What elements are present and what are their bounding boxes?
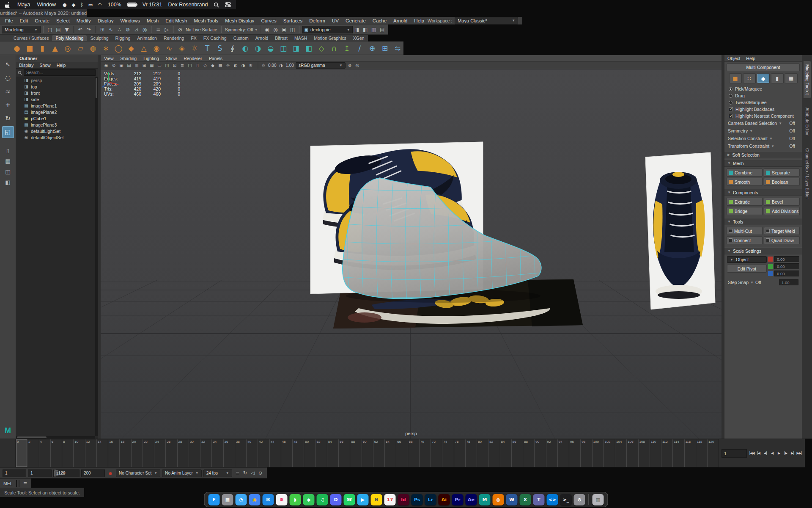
dock-after-effects-icon[interactable]: Ae xyxy=(466,494,477,505)
paint-select-tool-icon[interactable]: ≈ xyxy=(2,86,14,97)
range-slider-track[interactable]: 1 120 xyxy=(53,469,54,477)
viewport-menu-item[interactable]: Panels xyxy=(206,55,226,61)
redo-icon[interactable]: ↷ xyxy=(85,25,93,34)
combine-button[interactable]: Combine xyxy=(727,168,763,177)
shelf-tab[interactable]: Curves / Surfaces xyxy=(10,35,52,41)
axis-value-field[interactable]: 0.00 xyxy=(774,263,799,269)
2d-pan-zoom-icon[interactable]: ⊞ xyxy=(140,62,148,69)
boolean-union-icon[interactable]: ◐ xyxy=(239,42,251,54)
no-live-surface-icon[interactable]: ⊘ xyxy=(176,25,184,34)
quad-draw-button[interactable]: Quad Draw xyxy=(764,236,800,244)
dock-photoshop-icon[interactable]: Ps xyxy=(411,494,423,505)
maya-menu-item[interactable]: Mesh xyxy=(143,17,162,24)
snap-to-point-icon[interactable]: ∴ xyxy=(115,25,123,34)
poly-plane-icon[interactable]: ▱ xyxy=(74,42,86,54)
dock-word-icon[interactable]: W xyxy=(506,494,518,505)
maya-menu-item[interactable]: Deform xyxy=(306,17,329,24)
vertex-selection-mode-icon[interactable]: ∷ xyxy=(743,73,756,83)
viewport-menu-item[interactable]: View xyxy=(101,55,117,61)
layout-hypershade-icon[interactable]: ◧ xyxy=(2,177,14,187)
dock-photos-icon[interactable]: ✽ xyxy=(276,494,288,505)
maya-menu-item[interactable]: Edit Mesh xyxy=(162,17,190,24)
image-plane-icon[interactable]: ▥ xyxy=(133,62,140,69)
poly-cylinder-icon[interactable]: ▮ xyxy=(36,42,48,54)
ipr-render-icon[interactable]: ◎ xyxy=(272,25,280,34)
toolkit-menu-item[interactable]: Object xyxy=(724,55,743,61)
step-size-field[interactable]: 1.00 xyxy=(779,279,798,285)
maya-menu-item[interactable]: Help xyxy=(411,17,428,24)
multi-cut-button[interactable]: Multi-Cut xyxy=(727,227,763,235)
poly-superellipse-icon[interactable]: ◈ xyxy=(176,42,188,54)
outliner-item-front[interactable]: ◨ front xyxy=(16,90,98,96)
bevel-icon[interactable]: ◇ xyxy=(315,42,327,54)
scale-settings-section-header[interactable]: ▼ Scale Settings xyxy=(724,247,802,254)
face-selection-mode-icon[interactable]: ▦ xyxy=(785,73,798,83)
constraint-dropdown-row[interactable]: Camera Based Selection ▼ Off xyxy=(724,119,802,127)
mirror-icon[interactable]: ⇋ xyxy=(392,42,403,54)
loop-icon[interactable]: ↻ xyxy=(241,469,249,477)
maya-menu-item[interactable]: File xyxy=(2,17,16,24)
boolean-intersection-icon[interactable]: ◒ xyxy=(265,42,277,54)
save-scene-icon[interactable]: ▼ xyxy=(63,25,71,34)
render-icon[interactable]: ◉ xyxy=(263,25,272,34)
dock-messages-icon[interactable]: ◗ xyxy=(290,494,301,505)
maya-menu-item[interactable]: Mesh Tools xyxy=(190,17,222,24)
shelf-tab[interactable]: Rendering xyxy=(160,35,187,41)
multi-component-mode-icon[interactable]: ◆ xyxy=(757,73,770,83)
wifi-icon[interactable]: ◠ xyxy=(98,2,102,8)
poly-gear-icon[interactable]: ∗ xyxy=(100,42,112,54)
select-tool-icon[interactable]: ↖ xyxy=(2,58,14,70)
script-editor-icon[interactable]: ≡ xyxy=(21,480,30,487)
open-scene-icon[interactable]: ▤ xyxy=(54,25,63,34)
display-mirroring-icon[interactable]: ▭ xyxy=(88,2,93,8)
maya-menu-item[interactable]: Curves xyxy=(258,17,280,24)
step-back-key-button[interactable]: |◀ xyxy=(755,450,762,457)
macos-menu-item[interactable]: Window xyxy=(37,2,56,8)
maya-menu-item[interactable]: Arnold xyxy=(390,17,411,24)
snap-to-projected-center-icon[interactable]: ⊚ xyxy=(123,25,132,34)
step-forward-key-button[interactable]: ▶| xyxy=(789,450,796,457)
view-transform-selector[interactable]: sRGB gamma ▼ xyxy=(296,62,346,69)
bevel-button[interactable]: Bevel xyxy=(764,198,800,206)
chevron-down-icon[interactable]: ▼ xyxy=(255,28,258,32)
anim-layer-selector[interactable]: No Anim Layer ▼ xyxy=(162,469,202,477)
character-set-selector[interactable]: No Character Set ▼ xyxy=(116,469,160,477)
snapshot-icon[interactable]: ◎ xyxy=(354,62,361,69)
dropbox-icon[interactable]: ◆ xyxy=(72,2,75,8)
wireframe-icon[interactable]: ◇ xyxy=(201,62,209,69)
dock-facetime-icon[interactable]: ◆ xyxy=(303,494,315,505)
shelf-tab[interactable]: MASH xyxy=(291,35,310,41)
make-live-icon[interactable]: ◎ xyxy=(140,25,149,34)
viewport-menu-item[interactable]: Show xyxy=(162,55,180,61)
maya-menu-item[interactable]: Cache xyxy=(369,17,390,24)
mesh-section-header[interactable]: ▼ Mesh xyxy=(724,160,802,167)
poly-pipe-icon[interactable]: ◉ xyxy=(151,42,162,54)
menubar-user[interactable]: Dex Rosenbrand xyxy=(168,2,208,8)
current-frame-field[interactable]: 1 xyxy=(721,449,747,458)
layout-persp-outliner-icon[interactable]: ◫ xyxy=(2,167,14,176)
apple-menu-icon[interactable] xyxy=(5,2,11,8)
workspace-selector[interactable]: Maya Classic* ▼ xyxy=(455,17,518,25)
outliner-item-persp[interactable]: ◨ persp xyxy=(16,77,98,83)
add-divisions-button[interactable]: Add Divisions xyxy=(764,207,800,215)
exposure-value[interactable]: 0.00 xyxy=(267,63,277,68)
dock-spotify-icon[interactable]: ♫ xyxy=(317,494,328,505)
playback-start-field[interactable]: 1 xyxy=(3,469,26,477)
poly-torus-icon[interactable]: ◎ xyxy=(62,42,74,54)
safe-action-icon[interactable]: □ xyxy=(186,62,194,69)
menu-set-selector[interactable]: Modeling ▼ xyxy=(2,26,41,33)
shadows-icon[interactable]: ◐ xyxy=(232,62,239,69)
animation-start-field[interactable]: 1 xyxy=(28,469,52,477)
move-tool-icon[interactable]: + xyxy=(2,99,14,111)
outliner-item-imageplane3[interactable]: ▤ imagePlane3 xyxy=(16,121,98,128)
undo-icon[interactable]: ↶ xyxy=(76,25,85,34)
render-view-icon[interactable]: ◫ xyxy=(288,25,297,34)
layout-single-pane-icon[interactable]: ▯ xyxy=(2,146,14,155)
attribute-editor-toggle-icon[interactable]: ◨ xyxy=(353,25,361,34)
dock-lightroom-icon[interactable]: Lr xyxy=(425,494,436,505)
dock-illustrator-icon[interactable]: Ai xyxy=(439,494,450,505)
command-language-toggle[interactable]: MEL xyxy=(2,481,14,486)
play-backwards-button[interactable]: ◀ xyxy=(769,450,775,457)
dock-chrome-icon[interactable]: ◉ xyxy=(249,494,261,505)
dock-trash-icon[interactable]: ▥ xyxy=(593,494,604,505)
